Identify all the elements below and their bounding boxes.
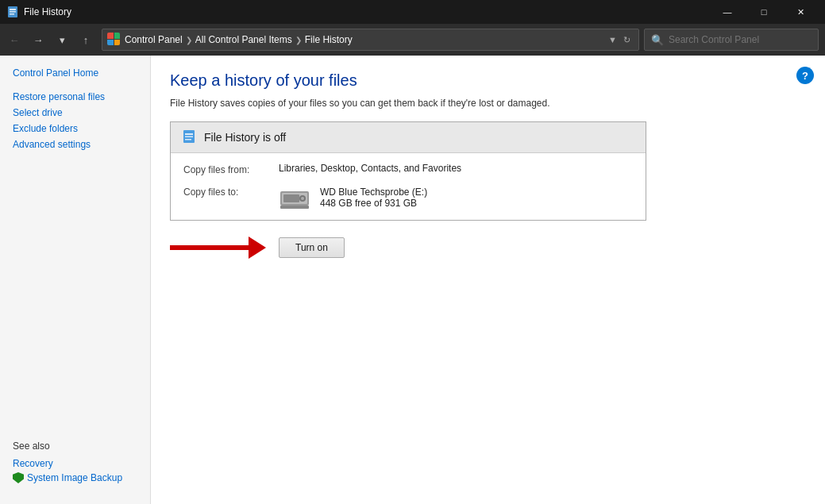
arrow-head [249, 237, 266, 259]
main-container: Control Panel Home Restore personal file… [0, 56, 825, 504]
status-header: File History is off [171, 122, 646, 153]
window-controls: — □ ✕ [709, 0, 819, 24]
back-button[interactable]: ← [3, 29, 25, 51]
see-also-title: See also [13, 441, 137, 452]
page-title: Keep a history of your files [170, 71, 806, 90]
up-button[interactable]: ↑ [75, 29, 97, 51]
copy-to-label: Copy files to: [183, 185, 279, 198]
svg-rect-13 [280, 206, 309, 209]
recent-button[interactable]: ▾ [51, 29, 73, 51]
help-button[interactable]: ? [796, 67, 814, 84]
system-image-backup-link[interactable]: System Image Backup [13, 471, 137, 485]
maximize-button[interactable]: □ [746, 0, 782, 24]
sidebar: Control Panel Home Restore personal file… [0, 56, 151, 504]
see-also-section: See also Recovery System Image Backup [0, 431, 150, 494]
cp-icon [107, 33, 121, 47]
drive-name: WD Blue Techsprobe (E:) [320, 187, 427, 198]
search-bar[interactable]: 🔍 [644, 29, 819, 51]
svg-point-12 [301, 197, 304, 200]
svg-rect-1 [10, 9, 16, 10]
status-icon [180, 129, 198, 146]
drive-icon [279, 185, 310, 210]
breadcrumb-sep-1: ❯ [186, 36, 192, 44]
svg-rect-3 [10, 13, 14, 15]
breadcrumb-control-panel[interactable]: Control Panel [125, 34, 183, 45]
advanced-settings-link[interactable]: Advanced settings [0, 137, 150, 152]
restore-personal-files-link[interactable]: Restore personal files [0, 89, 150, 105]
app-icon [6, 6, 19, 18]
arrow-line [170, 245, 249, 250]
red-arrow [170, 237, 266, 259]
minimize-button[interactable]: — [709, 0, 746, 24]
drive-space: 448 GB free of 931 GB [320, 198, 427, 209]
title-bar: File History — □ ✕ [0, 0, 825, 24]
address-bar[interactable]: Control Panel ❯ All Control Panel Items … [102, 29, 639, 51]
status-content: Copy files from: Libraries, Desktop, Con… [171, 153, 646, 220]
breadcrumb-all-items[interactable]: All Control Panel Items [195, 34, 292, 45]
turn-on-area: Turn on [170, 237, 806, 259]
status-box: File History is off Copy files from: Lib… [170, 121, 646, 221]
drive-info: WD Blue Techsprobe (E:) 448 GB free of 9… [279, 185, 633, 210]
breadcrumb-file-history[interactable]: File History [305, 34, 353, 45]
drive-details: WD Blue Techsprobe (E:) 448 GB free of 9… [320, 187, 427, 209]
exclude-folders-link[interactable]: Exclude folders [0, 121, 150, 137]
copy-from-label: Copy files from: [183, 163, 279, 175]
turn-on-button[interactable]: Turn on [279, 237, 345, 258]
search-input[interactable] [669, 34, 812, 45]
description: File History saves copies of your files … [170, 98, 806, 109]
svg-rect-6 [185, 137, 193, 138]
breadcrumb-sep-2: ❯ [295, 36, 302, 44]
title-bar-text: File History [24, 6, 709, 17]
nav-bar: ← → ▾ ↑ Control Panel ❯ All Control Pane… [0, 24, 825, 56]
status-title: File History is off [204, 131, 286, 144]
recovery-link[interactable]: Recovery [13, 456, 137, 471]
address-refresh-icon[interactable]: ↻ [620, 35, 634, 45]
select-drive-link[interactable]: Select drive [0, 105, 150, 121]
svg-rect-2 [10, 11, 16, 13]
svg-rect-10 [283, 194, 299, 202]
forward-button[interactable]: → [27, 29, 49, 51]
close-button[interactable]: ✕ [782, 0, 819, 24]
control-panel-home-link[interactable]: Control Panel Home [0, 65, 150, 81]
address-dropdown-icon[interactable]: ▼ [605, 35, 620, 44]
recovery-label: Recovery [13, 458, 53, 469]
search-icon: 🔍 [651, 34, 664, 46]
copy-from-value: Libraries, Desktop, Contacts, and Favori… [279, 163, 633, 174]
svg-rect-5 [185, 133, 193, 135]
svg-rect-7 [185, 139, 191, 140]
shield-icon [13, 472, 24, 483]
system-image-backup-label: System Image Backup [27, 472, 122, 483]
content-area: ? Keep a history of your files File Hist… [151, 56, 825, 504]
